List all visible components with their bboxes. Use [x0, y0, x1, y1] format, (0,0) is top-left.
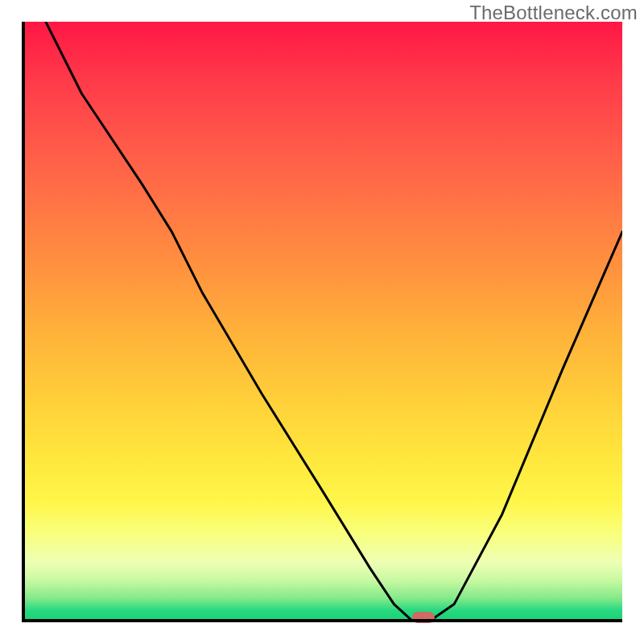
plot-area — [22, 22, 622, 622]
watermark-text: TheBottleneck.com — [469, 2, 638, 24]
chart-container: TheBottleneck.com — [0, 0, 644, 644]
optimal-point-marker — [412, 612, 435, 623]
bottleneck-curve — [22, 22, 622, 622]
